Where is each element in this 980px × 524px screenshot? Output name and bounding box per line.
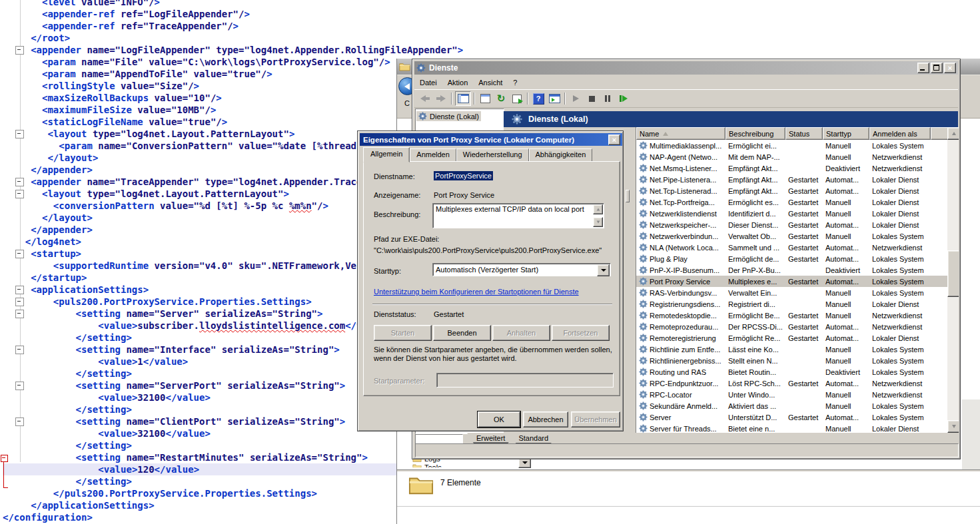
fold-marker[interactable] [15, 286, 24, 294]
starten-button[interactable]: Starten [374, 325, 432, 341]
ubernehmen-button[interactable]: Übernehmen [571, 411, 620, 427]
table-row[interactable]: Net.Tcp-Portfreiga...Ermöglicht es...Ges… [636, 196, 959, 208]
scroll-up-button[interactable] [593, 204, 603, 214]
fold-marker[interactable] [15, 346, 24, 354]
table-row[interactable]: NAP-Agent (Netwo...Mit dem NAP-...Manuel… [636, 151, 959, 162]
table-row[interactable]: RPC-LocatorUnter Windo...ManuellNetzwerk… [636, 389, 959, 400]
column-header-name[interactable]: Name [636, 127, 726, 140]
forward-arrow-button[interactable] [434, 92, 448, 105]
fold-marker[interactable] [15, 298, 24, 306]
abbrechen-button[interactable]: Abbrechen [523, 411, 568, 427]
column-header-anmeldenals[interactable]: Anmelden als [869, 127, 931, 140]
column-header-beschreibung[interactable]: Beschreibung [726, 127, 785, 140]
table-row[interactable]: Remoteprozedurau...Der RPCSS-Di...Gestar… [636, 321, 959, 332]
table-row[interactable]: NetzwerklistendienstIdentifiziert d...Ge… [636, 208, 959, 219]
table-row[interactable]: Registrierungsdiens...Registriert di...M… [636, 298, 959, 310]
beenden-button[interactable]: Beenden [433, 325, 491, 341]
table-row[interactable]: ServerUnterstützt D...GestartetAutomat..… [636, 411, 959, 423]
table-row[interactable]: PnP-X-IP-Busenum...Der PnP-X-Bu...Deakti… [636, 264, 959, 276]
pane-splitter-handle[interactable] [626, 190, 630, 202]
table-row[interactable]: Routing und RASBietet Routin...Deaktivie… [636, 366, 959, 378]
ok-button[interactable]: OK [478, 411, 520, 427]
gear-icon [639, 243, 648, 252]
stop-service-button[interactable] [584, 92, 599, 105]
scroll-up-button[interactable] [947, 127, 959, 140]
column-header-status[interactable]: Status [785, 127, 823, 140]
menu-item-?[interactable]: ? [508, 77, 522, 88]
help-button[interactable]: ? [531, 92, 546, 105]
scrollbar-thumb[interactable] [947, 250, 959, 297]
table-row[interactable]: Netzwerkspeicher-...Dieser Dienst...Gest… [636, 219, 959, 230]
dialog-tab-anmelden[interactable]: Anmelden [410, 148, 456, 162]
view-tab-erweitert[interactable]: Erweitert [467, 433, 514, 443]
anhalten-button[interactable]: Anhalten [492, 325, 550, 341]
scroll-down-button[interactable] [947, 420, 959, 433]
service-starttype: Automat... [823, 334, 869, 342]
dialog-titlebar[interactable]: Eigenschaften von Port Proxy Service (Lo… [360, 133, 622, 146]
dialog-tab-allgemein[interactable]: Allgemein [363, 147, 410, 162]
minimize-icon[interactable] [917, 63, 929, 73]
fold-marker[interactable] [15, 178, 24, 186]
fold-marker[interactable] [15, 130, 24, 138]
service-name: Plug & Play [636, 254, 726, 263]
services-titlebar[interactable]: Dienste × [414, 61, 958, 75]
view-tab-standard[interactable]: Standard [509, 433, 558, 443]
fold-marker[interactable] [15, 382, 24, 390]
table-row[interactable]: Richtlinienergebniss...Stellt einen N...… [636, 355, 959, 366]
fold-marker[interactable] [15, 46, 24, 55]
service-name: Netzwerkverbindun... [636, 232, 726, 240]
menu-item-aktion[interactable]: Aktion [442, 77, 474, 88]
dialog-tab-abhängigkeiten[interactable]: Abhängigkeiten [529, 148, 593, 162]
scroll-down-button[interactable] [593, 217, 603, 227]
menu-item-ansicht[interactable]: Ansicht [473, 77, 508, 88]
dialog-tab-wiederherstellung[interactable]: Wiederherstellung [456, 148, 529, 162]
service-name: RPC-Locator [636, 390, 726, 399]
close-icon[interactable]: × [608, 134, 620, 145]
table-row[interactable]: Net.Msmq-Listener...Empfängt Akt...Deakt… [636, 162, 959, 174]
table-row[interactable]: Sekundäre Anmeld...Aktiviert das ...Manu… [636, 400, 959, 411]
table-row[interactable]: Plug & PlayErmöglicht de...GestartetAuto… [636, 253, 959, 264]
vertical-scrollbar[interactable] [947, 127, 959, 433]
table-row[interactable]: Net.Tcp-Listenerad...Empfängt Akt...Gest… [636, 185, 959, 196]
maximize-icon[interactable] [931, 63, 943, 73]
fold-marker[interactable] [15, 190, 24, 198]
restart-service-button[interactable] [616, 92, 631, 105]
fold-marker[interactable] [15, 250, 24, 258]
table-row[interactable]: Port Proxy ServiceMultiplexes e...Gestar… [636, 276, 959, 287]
fold-marker[interactable] [15, 310, 24, 318]
table-row[interactable]: RemoteregistrierungErmöglicht Re...Gesta… [636, 332, 959, 344]
table-row[interactable]: RPC-Endpunktzuor...Löst RPC-Sch...Gestar… [636, 378, 959, 389]
fold-marker[interactable] [15, 417, 24, 426]
table-row[interactable]: Server für Threads...Bietet eine n...Man… [636, 423, 959, 433]
close-icon[interactable]: × [944, 63, 956, 73]
pause-service-button[interactable] [600, 92, 615, 105]
properties-button[interactable] [478, 92, 492, 105]
menu-item-datei[interactable]: Datei [414, 77, 442, 88]
chevron-down-icon[interactable] [597, 264, 610, 276]
table-row[interactable]: Remotedesktopdie...Ermöglicht Be...Gesta… [636, 310, 959, 321]
tree-item-dienste-lokal[interactable]: Dienste (Lokal) [416, 111, 481, 121]
startparameter-input[interactable] [436, 373, 614, 388]
startoptions-help-link[interactable]: Unterstützung beim Konfigurieren der Sta… [374, 288, 579, 296]
fortsetzen-button[interactable]: Fortsetzen [552, 325, 610, 341]
table-row[interactable]: Netzwerkverbindun...Verwaltet Ob...Gesta… [636, 230, 959, 242]
table-row[interactable]: RAS-Verbindungsv...Verwaltet Ein...Manue… [636, 287, 959, 298]
address-fragment: C [404, 99, 410, 107]
start-service-button[interactable] [568, 92, 583, 105]
table-row[interactable]: NLA (Network Loca...Sammelt und ...Gesta… [636, 242, 959, 253]
show-console-tree-button[interactable] [455, 91, 471, 106]
dienstname-value[interactable]: PortProxyService [434, 171, 493, 180]
refresh-button[interactable]: ↻ [494, 92, 508, 105]
starttyp-select[interactable]: Automatisch (Verzögerter Start) [432, 263, 611, 276]
table-row[interactable]: Net.Pipe-Listenera...Empfängt Akt...Gest… [636, 174, 959, 185]
export-list-button[interactable] [510, 92, 524, 105]
back-arrow-button[interactable] [418, 92, 432, 105]
extended-view-button[interactable] [547, 92, 562, 105]
table-row[interactable]: Multimediaklassenpl...Ermöglicht ei...Ma… [636, 140, 959, 151]
folder-list-item[interactable]: Tools [412, 463, 959, 467]
table-row[interactable]: Richtlinie zum Entfe...Lässt eine Ko...M… [636, 344, 959, 355]
column-header-starttyp[interactable]: Starttyp [823, 127, 869, 140]
beschreibung-field[interactable]: Multiplexes external TCP/IP data on loca… [432, 203, 604, 228]
error-fold-marker[interactable] [1, 455, 8, 462]
service-logon: Netzwerkdienst [869, 164, 931, 172]
